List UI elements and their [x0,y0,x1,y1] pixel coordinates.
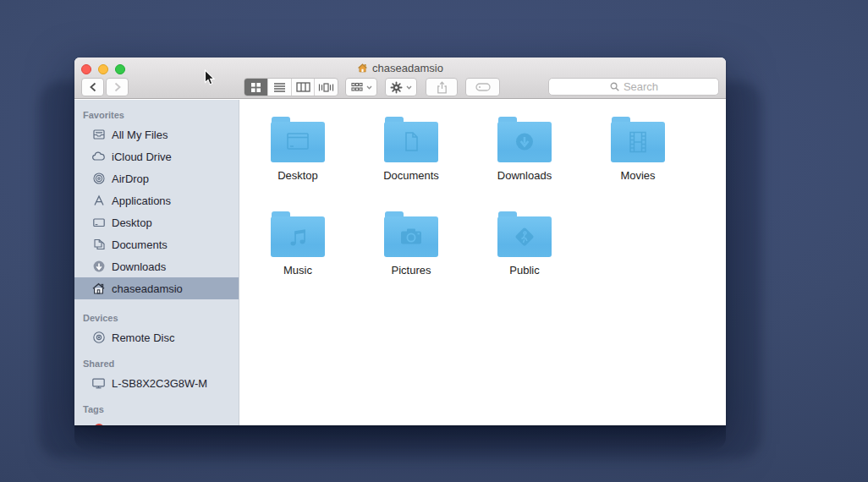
sidebar-item-label: Desktop [112,216,152,229]
folder-label: Music [283,264,312,277]
sidebar-item-label: Applications [112,194,171,207]
all-my-files-icon [91,128,106,142]
sidebar-section-devices: Devices [74,309,239,326]
desktop-icon [91,216,106,230]
icon-view-button[interactable] [244,79,267,96]
disc-icon [91,331,106,345]
sidebar-item-label: Documents [112,238,168,251]
music-note-glyph-icon [283,225,312,249]
action-button[interactable] [385,78,417,96]
display-icon [91,376,106,391]
chevron-down-icon [406,85,412,90]
folder-icon [271,117,325,162]
folder-icon [384,117,438,162]
folder-icon [611,117,665,162]
folder-label: Desktop [277,169,318,182]
window-title: chaseadamsio [74,60,726,75]
folder-documents[interactable]: Documents [365,117,458,182]
folder-icon [384,211,438,257]
sidebar-item-label: All My Files [112,129,168,141]
folder-label: Pictures [392,264,431,277]
sidebar-item-label: L-SB8X2C3G8W-M [112,377,207,390]
chevron-down-icon [366,85,372,90]
camera-glyph-icon [397,225,426,249]
arrange-button[interactable] [345,78,377,96]
sidebar-item-label: chaseadamsio [112,282,183,295]
list-view-button[interactable] [267,79,291,96]
folder-icon [497,211,552,257]
folder-label: Downloads [497,169,552,182]
window-header: chaseadamsio [74,58,726,99]
download-glyph-icon [510,130,539,154]
folder-icon [271,211,325,257]
finder-window: chaseadamsio [74,58,726,425]
sidebar-item-all-my-files[interactable]: All My Files [74,123,239,145]
tags-button[interactable] [465,78,500,96]
folder-pictures[interactable]: Pictures [365,211,458,277]
sidebar-section-shared: Shared [74,355,239,372]
sidebar-item-label: Downloads [112,260,166,273]
folder-movies[interactable]: Movies [591,117,684,182]
gear-icon [390,81,403,94]
sidebar-item-tag-red[interactable]: Red [74,418,239,425]
sidebar-section-favorites: Favorites [74,107,239,123]
sidebar-item-label: AirDrop [112,173,149,185]
search-placeholder: Search [624,80,658,93]
folder-desktop[interactable]: Desktop [251,117,344,182]
sidebar-item-label: iCloud Drive [112,151,172,163]
documents-icon [91,238,106,252]
coverflow-view-icon [318,82,334,93]
sidebar: Favorites All My Files iCloud Drive [74,100,239,425]
sidebar-item-label: Red [112,423,132,426]
share-icon [437,81,448,94]
folder-icon [497,117,552,162]
tag-icon [475,83,491,91]
folder-music[interactable]: Music [251,211,344,277]
search-icon [609,81,620,92]
window-bottom-shadow [74,425,726,451]
sidebar-item-icloud-drive[interactable]: iCloud Drive [74,145,239,167]
folder-downloads[interactable]: Downloads [478,117,571,182]
search-input[interactable]: Search [548,78,719,96]
file-browser-content: Desktop Documents [239,100,726,425]
cloud-icon [91,150,106,164]
chevron-right-icon [113,82,122,92]
sidebar-section-tags: Tags [74,401,239,418]
home-icon [91,282,106,296]
sidebar-item-desktop[interactable]: Desktop [74,211,239,233]
chevron-left-icon [89,82,97,92]
folder-label: Documents [383,169,439,182]
folder-label: Movies [620,169,655,182]
document-glyph-icon [397,130,426,154]
column-view-button[interactable] [291,79,315,96]
sidebar-item-label: Remote Disc [112,331,174,344]
column-view-icon [296,82,310,92]
red-tag-icon [91,422,106,426]
sidebar-item-shared-computer[interactable]: L-SB8X2C3G8W-M [74,372,239,394]
desktop-glyph-icon [283,130,312,154]
grid-view-icon [250,82,261,93]
sidebar-item-airdrop[interactable]: AirDrop [74,167,239,189]
back-button[interactable] [81,78,104,96]
sidebar-item-downloads[interactable]: Downloads [74,255,239,277]
share-button[interactable] [426,78,458,96]
folder-public[interactable]: Public [478,211,571,277]
view-segmented-control [244,78,338,96]
airdrop-icon [91,172,106,186]
forward-button[interactable] [106,78,129,96]
list-view-icon [273,82,286,93]
applications-icon [91,194,106,208]
filmstrip-glyph-icon [624,130,652,154]
toolbar: Search [74,78,726,99]
coverflow-view-button[interactable] [314,79,338,96]
window-title-text: chaseadamsio [372,62,443,74]
sidebar-item-applications[interactable]: Applications [74,189,239,211]
sidebar-item-chaseadamsio[interactable]: chaseadamsio [74,277,239,299]
sidebar-item-documents[interactable]: Documents [74,233,239,255]
home-icon [357,63,368,74]
public-crossing-glyph-icon [510,225,539,249]
sidebar-item-remote-disc[interactable]: Remote Disc [74,326,239,348]
downloads-icon [91,260,106,274]
mouse-cursor [204,69,215,86]
arrange-icon [351,82,363,92]
